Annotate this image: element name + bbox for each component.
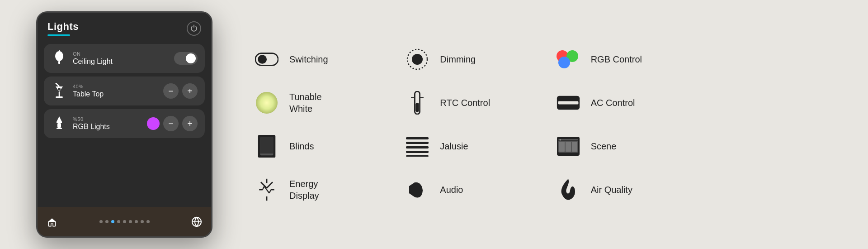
dot-2[interactable] (111, 220, 114, 223)
tabletop-light-status: 40% (73, 84, 158, 89)
feature-switching[interactable]: Switching (240, 38, 390, 81)
airquality-icon (555, 176, 582, 203)
rgb-light-name: RGB Lights (73, 123, 142, 131)
svg-rect-22 (559, 102, 577, 104)
svg-rect-17 (416, 103, 419, 112)
dot-7[interactable] (141, 220, 144, 223)
feature-dimming[interactable]: Dimming (390, 38, 541, 81)
toggle-knob (186, 53, 196, 63)
svg-rect-8 (57, 123, 61, 128)
airquality-label: Air Quality (591, 184, 632, 196)
svg-line-46 (267, 190, 269, 193)
tabletop-light-icon (51, 83, 67, 99)
rgb-light-icon (51, 115, 67, 132)
feature-grid: Switching Dimming RGB Control (240, 29, 692, 220)
blinds-icon (253, 133, 280, 160)
home-icon[interactable] (46, 215, 58, 228)
tabletop-plus-button[interactable]: + (182, 83, 198, 99)
tunable-white-circle (256, 92, 278, 114)
svg-point-37 (559, 139, 561, 141)
dot-3[interactable] (117, 220, 120, 223)
audio-label: Audio (440, 184, 463, 196)
feature-scene[interactable]: Scene (541, 124, 692, 168)
tunable-label: TunableWhite (289, 91, 322, 115)
svg-point-0 (55, 51, 63, 61)
svg-line-6 (56, 83, 59, 86)
svg-rect-7 (57, 122, 62, 123)
svg-rect-26 (406, 137, 429, 139)
svg-rect-34 (559, 142, 565, 152)
tunable-icon (253, 89, 280, 116)
tabletop-light-info: 40% Table Top (73, 84, 158, 98)
main-container: Lights (0, 0, 868, 249)
svg-point-13 (258, 55, 267, 64)
panel-title-underline (47, 34, 70, 36)
rgb-light-info: %50 RGB Lights (73, 116, 142, 131)
audio-icon (404, 176, 431, 203)
rgb-plus-button[interactable]: + (182, 116, 198, 131)
svg-line-41 (267, 182, 273, 188)
dimming-label: Dimming (440, 53, 476, 65)
energy-icon (253, 176, 280, 203)
power-button[interactable] (187, 21, 201, 36)
scene-label: Scene (591, 140, 617, 152)
dot-0[interactable] (99, 220, 103, 223)
dot-6[interactable] (135, 220, 138, 223)
feature-energy[interactable]: EnergyDisplay (240, 168, 390, 211)
scene-icon (555, 133, 582, 160)
energy-label: EnergyDisplay (289, 178, 319, 201)
rgb-color-dot[interactable] (147, 117, 160, 130)
svg-rect-29 (406, 151, 429, 153)
panel-title-group: Lights (47, 21, 79, 36)
tabletop-light-item: 40% Table Top − + (44, 77, 205, 105)
tabletop-minus-button[interactable]: − (163, 83, 179, 99)
dimming-icon (404, 46, 431, 73)
rgb-light-item: %50 RGB Lights − + (44, 109, 205, 138)
ac-label: AC Control (591, 97, 635, 109)
jalusie-icon (404, 133, 431, 160)
ceiling-light-name: Ceiling Light (73, 57, 169, 66)
dot-5[interactable] (129, 220, 132, 223)
svg-rect-25 (260, 137, 274, 154)
ceiling-light-icon (51, 50, 67, 67)
svg-rect-36 (572, 142, 577, 152)
rgb-icon (555, 46, 582, 73)
svg-point-14 (412, 54, 423, 65)
feature-ac[interactable]: AC Control (541, 81, 692, 124)
svg-rect-27 (406, 142, 429, 144)
feature-airquality[interactable]: Air Quality (541, 168, 692, 211)
rtc-label: RTC Control (440, 97, 490, 109)
panel-content: ON Ceiling Light (38, 39, 211, 143)
rgb-light-status: %50 (73, 116, 142, 122)
jalusie-label: Jalusie (440, 140, 468, 152)
switching-icon (253, 46, 280, 73)
ceiling-light-info: ON Ceiling Light (73, 51, 169, 66)
tabletop-dimmer: − + (163, 83, 198, 99)
panel-footer (38, 207, 211, 236)
feature-blinds[interactable]: Blinds (240, 124, 390, 168)
panel-header: Lights (38, 13, 211, 39)
ceiling-toggle[interactable] (174, 52, 198, 65)
feature-rtc[interactable]: RTC Control (390, 81, 541, 124)
rgb-label: RGB Control (591, 53, 642, 65)
dot-4[interactable] (123, 220, 126, 223)
grid-button[interactable] (190, 215, 203, 228)
switching-label: Switching (289, 53, 328, 65)
dot-8[interactable] (146, 220, 150, 223)
feature-rgb[interactable]: RGB Control (541, 38, 692, 81)
svg-line-47 (269, 190, 271, 193)
feature-tunable[interactable]: TunableWhite (240, 81, 390, 124)
tabletop-light-name: Table Top (73, 90, 158, 98)
svg-rect-30 (406, 155, 429, 157)
blinds-label: Blinds (289, 140, 314, 152)
svg-point-5 (58, 88, 61, 91)
svg-rect-4 (56, 96, 63, 98)
ceiling-light-status: ON (73, 51, 169, 57)
feature-audio[interactable]: Audio (390, 168, 541, 211)
rgb-minus-button[interactable]: − (163, 116, 179, 131)
feature-jalusie[interactable]: Jalusie (390, 124, 541, 168)
rtc-icon (404, 89, 431, 116)
ac-icon (555, 89, 582, 116)
svg-rect-28 (406, 146, 429, 148)
dot-1[interactable] (105, 220, 108, 223)
